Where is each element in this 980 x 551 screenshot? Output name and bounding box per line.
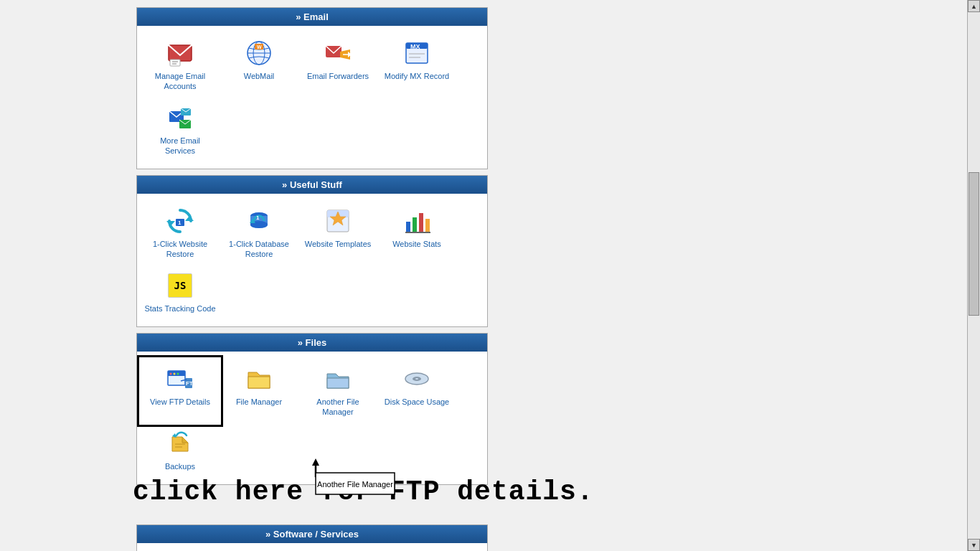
svg-text:1: 1 — [256, 215, 260, 221]
email-section: » Email Manage Email Accounts — [136, 7, 488, 169]
svg-text:Another File Manager: Another File Manager — [317, 480, 393, 489]
useful-header: » Useful Stuff — [137, 176, 487, 194]
email-forwarders-item[interactable]: Email Forwarders — [298, 33, 377, 98]
another-file-manager-icon — [324, 364, 352, 393]
software-body: Website Builder New Website Builder! — [137, 543, 487, 551]
webmail-icon: W — [245, 39, 273, 67]
webmail-label: WebMail — [244, 71, 275, 81]
svg-text:1: 1 — [178, 220, 182, 226]
file-manager-item[interactable]: File Manager — [220, 359, 298, 423]
website-restore-item[interactable]: 1 1-Click Website Restore — [141, 201, 220, 265]
website-restore-icon: 1 — [166, 207, 194, 235]
another-file-manager-item[interactable]: Another File Manager — [298, 359, 377, 423]
backups-label: Backups — [165, 461, 195, 471]
email-header: » Email — [137, 8, 487, 26]
db-restore-icon: 1 — [245, 207, 273, 235]
modify-mx-icon: MX — [402, 39, 431, 67]
website-stats-label: Website Stats — [392, 239, 441, 249]
software-section: » Software / Services Website Builder — [136, 524, 488, 551]
files-header: » Files — [137, 334, 487, 352]
disk-space-item[interactable]: Disk Space Usage — [377, 359, 456, 423]
svg-rect-45 — [248, 377, 270, 388]
svg-rect-46 — [327, 378, 349, 388]
scroll-down-btn[interactable]: ▼ — [968, 539, 980, 551]
scroll-thumb[interactable] — [969, 172, 979, 316]
more-email-item[interactable]: More Email Services — [141, 98, 220, 162]
db-restore-label: 1-Click Database Restore — [223, 239, 295, 260]
modify-mx-label: Modify MX Record — [385, 71, 449, 81]
stats-tracking-item[interactable]: JS Stats Tracking Code — [141, 265, 220, 319]
manage-email-item[interactable]: Manage Email Accounts — [141, 33, 220, 98]
view-ftp-item[interactable]: FTP View FTP Details — [141, 359, 220, 423]
stats-tracking-label: Stats Tracking Code — [144, 303, 215, 314]
svg-text:FTP: FTP — [186, 380, 194, 387]
backups-icon — [166, 429, 194, 458]
website-templates-item[interactable]: Website Templates — [298, 201, 377, 265]
svg-point-41 — [174, 373, 176, 375]
svg-text:MX: MX — [410, 43, 420, 50]
svg-text:W: W — [257, 44, 262, 50]
scroll-up-btn[interactable]: ▲ — [968, 0, 980, 12]
svg-rect-35 — [419, 213, 423, 232]
useful-section: » Useful Stuff 1 1-Click Website Rest — [136, 175, 488, 327]
svg-point-40 — [170, 373, 172, 375]
stats-tracking-icon: JS — [166, 271, 194, 300]
scrollbar[interactable]: ▲ ▼ — [967, 0, 980, 551]
website-stats-item[interactable]: Website Stats — [377, 201, 456, 265]
another-file-manager-label: Another File Manager — [302, 397, 374, 418]
software-header: » Software / Services — [137, 525, 487, 543]
svg-rect-2 — [170, 60, 180, 66]
modify-mx-item[interactable]: MX Modify MX Record — [377, 33, 456, 98]
website-templates-label: Website Templates — [305, 239, 372, 249]
svg-point-49 — [415, 378, 418, 380]
email-forwarders-label: Email Forwarders — [307, 71, 369, 81]
useful-body: 1 1-Click Website Restore 1 — [137, 194, 487, 326]
db-restore-item[interactable]: 1 1-Click Database Restore — [220, 201, 298, 265]
disk-space-icon — [402, 364, 431, 393]
website-stats-icon — [402, 207, 431, 235]
svg-rect-33 — [406, 222, 410, 232]
email-body: Manage Email Accounts W — [137, 26, 487, 169]
svg-marker-22 — [185, 216, 194, 221]
backups-item[interactable]: Backups — [141, 423, 220, 477]
file-manager-icon — [245, 364, 273, 393]
more-email-label: More Email Services — [144, 136, 216, 156]
svg-marker-23 — [166, 221, 175, 226]
file-manager-label: File Manager — [236, 397, 282, 407]
svg-marker-53 — [312, 458, 319, 466]
email-forwarders-icon — [324, 39, 352, 67]
more-email-icon — [166, 103, 194, 132]
svg-point-42 — [177, 373, 179, 375]
ftp-arrow-annotation: Another File Manager — [273, 448, 416, 505]
website-restore-label: 1-Click Website Restore — [144, 239, 216, 260]
manage-email-label: Manage Email Accounts — [144, 71, 216, 92]
disk-space-label: Disk Space Usage — [385, 397, 450, 407]
view-ftp-icon: FTP — [166, 364, 194, 393]
svg-rect-36 — [425, 219, 430, 232]
website-templates-icon — [324, 207, 352, 235]
view-ftp-label: View FTP Details — [150, 397, 210, 407]
webmail-item[interactable]: W WebMail — [220, 33, 298, 98]
manage-email-icon — [166, 39, 194, 67]
svg-rect-34 — [413, 217, 417, 232]
